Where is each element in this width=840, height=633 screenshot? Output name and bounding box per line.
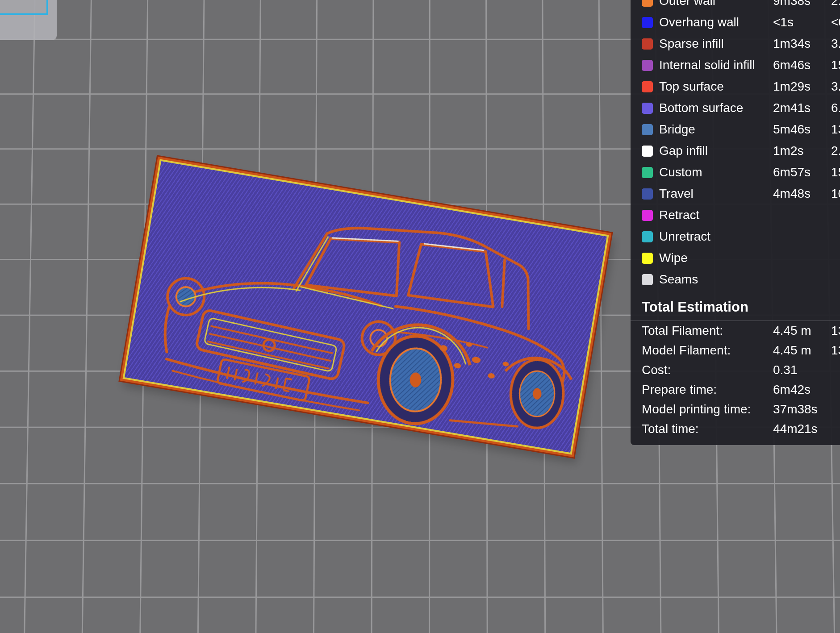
total-value: 4.45 m bbox=[773, 324, 831, 338]
feature-name: Outer wall bbox=[659, 0, 773, 8]
total-value: 0.31 bbox=[773, 363, 831, 377]
total-value: 44m21s bbox=[773, 422, 831, 436]
feature-row-bottom-surface[interactable]: Bottom surface 2m41s 6. bbox=[631, 97, 840, 119]
total-extra: 13 bbox=[831, 343, 840, 358]
feature-row-internal-solid-infill[interactable]: Internal solid infill 6m46s 15 bbox=[631, 54, 840, 76]
total-extra: 13 bbox=[831, 324, 840, 338]
feature-name: Travel bbox=[659, 187, 773, 201]
feature-time: 6m57s bbox=[773, 165, 831, 179]
feature-time: 5m46s bbox=[773, 122, 831, 137]
feature-name: Seams bbox=[659, 272, 773, 287]
feature-time: <1s bbox=[773, 15, 831, 29]
feature-color-swatch bbox=[642, 167, 653, 178]
feature-name: Retract bbox=[659, 208, 773, 222]
selection-outline bbox=[0, 0, 48, 15]
total-label: Model Filament: bbox=[642, 343, 773, 358]
feature-name: Sparse infill bbox=[659, 37, 773, 51]
feature-extra: 6. bbox=[831, 101, 840, 115]
feature-name: Gap infill bbox=[659, 144, 773, 158]
feature-color-swatch bbox=[642, 60, 653, 71]
feature-extra: 10 bbox=[831, 187, 840, 201]
feature-row-sparse-infill[interactable]: Sparse infill 1m34s 3.5 bbox=[631, 33, 840, 54]
feature-time: 1m2s bbox=[773, 144, 831, 158]
feature-row-wipe[interactable]: Wipe bbox=[631, 247, 840, 269]
feature-color-swatch bbox=[642, 146, 653, 157]
feature-row-outer-wall[interactable]: Outer wall 9m38s 2. bbox=[631, 0, 840, 12]
total-label: Cost: bbox=[642, 363, 773, 377]
feature-name: Internal solid infill bbox=[659, 58, 773, 72]
feature-extra: 2.4 bbox=[831, 144, 840, 158]
feature-row-unretract[interactable]: Unretract bbox=[631, 226, 840, 247]
model-filament-row: Model Filament: 4.45 m 13 bbox=[631, 341, 840, 360]
feature-extra: 13 bbox=[831, 122, 840, 137]
total-label: Total time: bbox=[642, 422, 773, 436]
total-value: 37m38s bbox=[773, 402, 831, 416]
feature-extra: 15 bbox=[831, 58, 840, 72]
feature-color-swatch bbox=[642, 38, 653, 50]
cost-row: Cost: 0.31 bbox=[631, 360, 840, 380]
feature-extra: 2. bbox=[831, 0, 840, 8]
feature-row-top-surface[interactable]: Top surface 1m29s 3.4 bbox=[631, 76, 840, 97]
feature-row-bridge[interactable]: Bridge 5m46s 13 bbox=[631, 119, 840, 140]
model-printing-time-row: Model printing time: 37m38s bbox=[631, 400, 840, 419]
feature-time: 1m29s bbox=[773, 79, 831, 94]
feature-color-swatch bbox=[642, 124, 653, 135]
feature-name: Bridge bbox=[659, 122, 773, 137]
feature-extra: <0 bbox=[831, 15, 840, 29]
feature-row-travel[interactable]: Travel 4m48s 10 bbox=[631, 183, 840, 204]
total-label: Prepare time: bbox=[642, 383, 773, 397]
total-value: 4.45 m bbox=[773, 343, 831, 358]
feature-row-overhang-wall[interactable]: Overhang wall <1s <0 bbox=[631, 12, 840, 33]
total-value: 6m42s bbox=[773, 383, 831, 397]
feature-name: Wipe bbox=[659, 251, 773, 265]
feature-time: 9m38s bbox=[773, 0, 831, 8]
feature-name: Unretract bbox=[659, 229, 773, 244]
feature-time: 4m48s bbox=[773, 187, 831, 201]
feature-row-seams[interactable]: Seams bbox=[631, 269, 840, 290]
feature-color-swatch bbox=[642, 274, 653, 285]
feature-row-retract[interactable]: Retract bbox=[631, 204, 840, 226]
total-time-row: Total time: 44m21s bbox=[631, 419, 840, 439]
feature-time: 6m46s bbox=[773, 58, 831, 72]
slice-legend-panel: Outer wall 9m38s 2. Overhang wall <1s <0… bbox=[631, 0, 840, 445]
feature-color-swatch bbox=[642, 210, 653, 221]
total-estimation-header: Total Estimation bbox=[631, 290, 840, 321]
feature-color-swatch bbox=[642, 0, 653, 7]
feature-time: 2m41s bbox=[773, 101, 831, 115]
feature-color-swatch bbox=[642, 188, 653, 200]
feature-color-swatch bbox=[642, 81, 653, 92]
feature-name: Custom bbox=[659, 165, 773, 179]
feature-color-swatch bbox=[642, 231, 653, 242]
feature-row-custom[interactable]: Custom 6m57s 15 bbox=[631, 162, 840, 183]
feature-name: Overhang wall bbox=[659, 15, 773, 29]
feature-color-swatch bbox=[642, 253, 653, 264]
total-label: Model printing time: bbox=[642, 402, 773, 416]
total-label: Total Filament: bbox=[642, 324, 773, 338]
feature-name: Top surface bbox=[659, 79, 773, 94]
feature-extra: 15 bbox=[831, 165, 840, 179]
feature-row-gap-infill[interactable]: Gap infill 1m2s 2.4 bbox=[631, 140, 840, 162]
feature-extra: 3.5 bbox=[831, 37, 840, 51]
feature-name: Bottom surface bbox=[659, 101, 773, 115]
prepare-time-row: Prepare time: 6m42s bbox=[631, 380, 840, 400]
total-filament-row: Total Filament: 4.45 m 13 bbox=[631, 321, 840, 341]
feature-time: 1m34s bbox=[773, 37, 831, 51]
feature-color-swatch bbox=[642, 103, 653, 114]
feature-extra: 3.4 bbox=[831, 79, 840, 94]
feature-color-swatch bbox=[642, 17, 653, 28]
